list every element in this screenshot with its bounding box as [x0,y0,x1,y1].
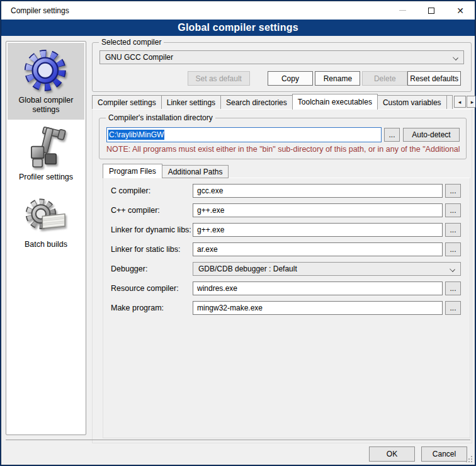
resource-compiler-input[interactable] [193,281,443,295]
tab-additional-paths[interactable]: Additional Paths [162,165,229,178]
sidebar-item-label: Batch builds [9,240,83,249]
tab-search-directories[interactable]: Search directories [221,95,293,110]
titlebar: Compiler settings ✕ [1,1,475,20]
settings-tabstrip: Compiler settings Linker settings Search… [92,94,472,110]
selected-compiler-group: Selected compiler GNU GCC Compiler Set a… [92,42,472,92]
dynamic-linker-input[interactable] [193,223,443,237]
sidebar-item-label: Profiler settings [9,173,83,182]
form-row-static-linker: Linker for static libs: ... [111,242,461,256]
sidebar-item-global-compiler-settings[interactable]: Global compiler settings [8,43,84,120]
form-row-c-compiler: C compiler: ... [111,184,461,198]
field-label: Resource compiler: [111,284,193,293]
arrow-right-icon: ▸ [471,99,474,105]
compiler-select-value: GNU GCC Compiler [105,53,173,62]
rename-button[interactable]: Rename [315,71,360,86]
tab-program-files[interactable]: Program Files [103,164,162,178]
field-label: Linker for static libs: [111,245,193,254]
field-label: Debugger: [111,264,193,273]
field-label: C++ compiler: [111,206,193,215]
minimize-icon [399,10,406,11]
toolchain-executables-page: Compiler's installation directory C:\ray… [92,109,472,443]
form-row-debugger: Debugger: GDB/CDB debugger : Default [111,262,461,276]
tab-build-options[interactable]: Build options [447,95,453,110]
settings-sidebar: Global compiler settings Profiler setti [6,41,86,435]
browse-directory-button[interactable]: ... [384,128,400,142]
browse-make-program-button[interactable]: ... [445,301,461,315]
header-band: Global compiler settings [1,20,475,36]
form-row-make-program: Make program: ... [111,301,461,315]
form-row-cpp-compiler: C++ compiler: ... [111,203,461,217]
static-linker-input[interactable] [193,242,443,256]
installation-directory-row: C:\raylib\MinGW ... Auto-detect [106,127,460,142]
make-program-input[interactable] [193,301,443,315]
tab-toolchain-executables[interactable]: Toolchain executables [292,94,378,110]
ok-button[interactable]: OK [369,446,415,462]
page-title: Global compiler settings [178,22,298,33]
profiler-caliper-icon [23,125,69,171]
tab-scroll-right-button[interactable]: ▸ [467,96,476,108]
sidebar-item-batch-builds[interactable]: Batch builds [8,187,84,254]
sidebar-item-label: Global compiler settings [9,96,83,115]
tab-linker-settings[interactable]: Linker settings [162,95,221,110]
copy-button[interactable]: Copy [268,71,314,86]
compiler-actions: Set as default Copy Rename Delete Reset … [99,71,461,86]
browse-static-linker-button[interactable]: ... [445,242,461,256]
tab-scroll-left-button[interactable]: ◂ [454,96,466,108]
form-row-resource-compiler: Resource compiler: ... [111,281,461,295]
browse-c-compiler-button[interactable]: ... [445,184,461,198]
batch-gear-papers-icon [23,192,69,239]
tab-scroll-controls: ◂ ▸ [454,96,476,108]
chevron-down-icon [450,266,455,272]
maximize-button[interactable] [417,1,446,20]
installation-directory-input[interactable]: C:\raylib\MinGW [106,127,382,142]
compiler-select[interactable]: GNU GCC Compiler [99,50,464,64]
chevron-down-icon [453,55,458,60]
group-label: Selected compiler [99,38,164,47]
form-row-dynamic-linker: Linker for dynamic libs: ... [111,223,461,237]
blue-gear-icon [23,48,69,94]
compiler-settings-dialog: Compiler settings ✕ Global compiler sett… [0,0,476,466]
sidebar-item-profiler-settings[interactable]: Profiler settings [8,120,84,187]
delete-button[interactable]: Delete [362,71,407,86]
field-label: C compiler: [111,186,193,195]
maximize-icon [428,8,434,14]
resize-grip[interactable] [465,455,473,463]
field-label: Make program: [111,304,193,312]
installation-directory-group: Compiler's installation directory C:\ray… [99,118,467,159]
debugger-select-value: GDB/CDB debugger : Default [198,264,297,273]
group-label: Compiler's installation directory [106,113,215,122]
bin-subdirectory-note: NOTE: All programs must exist either in … [106,145,461,154]
cpp-compiler-input[interactable] [193,203,443,217]
tab-custom-variables[interactable]: Custom variables [378,95,447,110]
debugger-select[interactable]: GDB/CDB debugger : Default [193,262,461,276]
selected-path-text: C:\raylib\MinGW [108,130,164,140]
set-as-default-button[interactable]: Set as default [188,71,250,86]
window-title: Compiler settings [1,6,69,15]
arrow-left-icon: ◂ [458,99,462,105]
footer-divider [6,440,470,440]
minimize-button[interactable] [388,1,417,20]
browse-resource-compiler-button[interactable]: ... [445,281,461,295]
reset-defaults-button[interactable]: Reset defaults [407,71,461,86]
program-files-page: C compiler: ... C++ compiler: ... Linker… [103,178,470,438]
close-icon: ✕ [456,6,464,15]
field-label: Linker for dynamic libs: [111,225,193,234]
program-files-tabstrip: Program Files Additional Paths [103,164,229,178]
browse-cpp-compiler-button[interactable]: ... [445,203,461,217]
tab-compiler-settings[interactable]: Compiler settings [92,95,162,110]
auto-detect-button[interactable]: Auto-detect [403,128,460,142]
cancel-button[interactable]: Cancel [421,446,467,462]
window-controls: ✕ [388,1,475,20]
browse-dynamic-linker-button[interactable]: ... [445,223,461,237]
close-button[interactable]: ✕ [446,1,475,20]
c-compiler-input[interactable] [193,184,443,198]
